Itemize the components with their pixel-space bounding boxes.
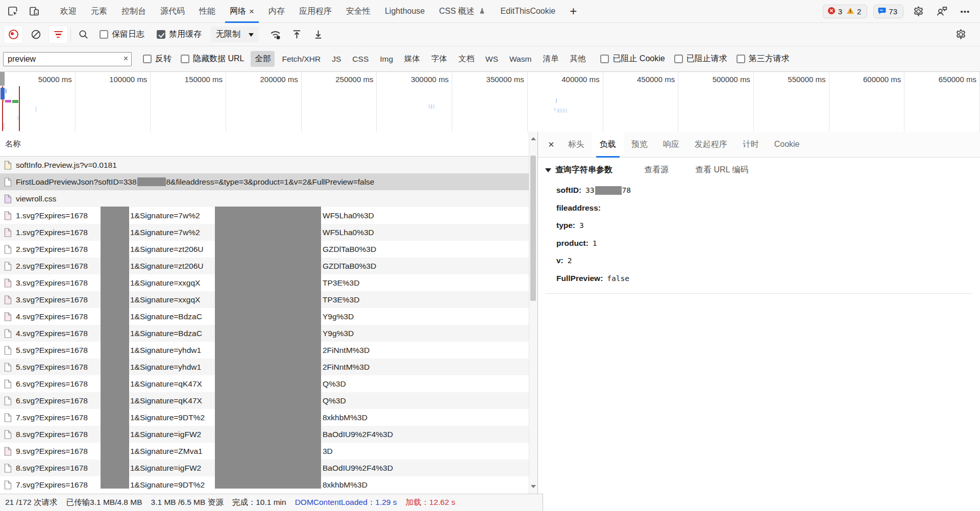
blocked-cookies-checkbox[interactable] bbox=[600, 55, 609, 63]
scrollbar-thumb[interactable] bbox=[530, 156, 536, 301]
panel-tab[interactable]: EditThisCookie bbox=[494, 0, 563, 22]
view-source-link[interactable]: 查看源 bbox=[644, 165, 669, 175]
request-url-segment: 5.svg?Expires=1678 bbox=[16, 346, 88, 355]
throttling-select[interactable]: 无限制 bbox=[211, 27, 259, 42]
details-tab[interactable]: 响应 bbox=[655, 132, 687, 157]
type-filter-chip[interactable]: WS bbox=[481, 52, 502, 66]
issues-badge[interactable]: 3 2 bbox=[823, 5, 868, 18]
request-url-segment: 1&Signature=yhdw1 bbox=[130, 346, 201, 355]
clear-button[interactable] bbox=[27, 26, 45, 43]
request-url-segment: Y9g%3D bbox=[323, 329, 354, 338]
scroll-down-icon[interactable] bbox=[531, 485, 536, 491]
query-string-section-header[interactable]: 查询字符串参数 查看源 查看 URL 编码 bbox=[545, 165, 972, 175]
more-options-icon[interactable]: ••• bbox=[957, 3, 974, 19]
type-filter-chip[interactable]: 媒体 bbox=[400, 51, 424, 67]
panel-tab[interactable]: 内存 bbox=[261, 0, 292, 22]
blocked-cookies-group[interactable]: 已阻止 Cookie bbox=[600, 54, 665, 64]
panel-tab[interactable]: CSS 概述 bbox=[432, 0, 493, 22]
panel-tab-label: 网络 bbox=[230, 6, 246, 17]
invert-checkbox[interactable] bbox=[143, 55, 152, 63]
filter-input[interactable] bbox=[3, 52, 132, 66]
panel-tab[interactable]: 源代码 bbox=[153, 0, 192, 22]
invert-label: 反转 bbox=[155, 54, 172, 64]
type-filter-chip[interactable]: Fetch/XHR bbox=[278, 52, 325, 66]
request-url-segment: 1&Signature=igFW2 bbox=[130, 464, 201, 473]
file-icon bbox=[4, 480, 12, 490]
view-url-encoded-link[interactable]: 查看 URL 编码 bbox=[695, 165, 748, 175]
close-tab-icon[interactable]: × bbox=[249, 7, 254, 16]
record-button[interactable] bbox=[4, 26, 22, 43]
filter-button[interactable] bbox=[49, 26, 67, 43]
type-filter-chip[interactable]: CSS bbox=[348, 52, 373, 66]
preserve-log-label: 保留日志 bbox=[112, 29, 144, 40]
blocked-requests-group[interactable]: 已阻止请求 bbox=[674, 54, 727, 64]
feedback-person-icon[interactable] bbox=[933, 3, 950, 19]
panel-tab[interactable]: 网络 × bbox=[223, 0, 261, 22]
details-tab[interactable]: 预览 bbox=[624, 132, 655, 157]
panel-tab[interactable]: 欢迎 bbox=[53, 0, 84, 22]
details-tab[interactable]: 标头 bbox=[560, 132, 592, 157]
disable-cache-group[interactable]: 禁用缓存 bbox=[157, 29, 202, 40]
settings-gear-icon[interactable] bbox=[910, 3, 927, 19]
third-party-checkbox[interactable] bbox=[737, 55, 745, 63]
network-overview-timeline[interactable]: 50000 ms100000 ms150000 ms200000 ms25000… bbox=[0, 72, 980, 132]
param-key: type: bbox=[556, 221, 575, 230]
network-conditions-button[interactable] bbox=[266, 26, 284, 43]
file-icon bbox=[4, 430, 12, 439]
import-har-button[interactable] bbox=[287, 26, 306, 43]
hide-data-urls-group[interactable]: 隐藏数据 URL bbox=[181, 54, 244, 64]
preserve-log-group[interactable]: 保留日志 bbox=[100, 29, 144, 40]
chevron-down-icon bbox=[249, 33, 254, 39]
type-filter-chip[interactable]: 字体 bbox=[427, 51, 451, 67]
type-filter-chip[interactable]: 清单 bbox=[538, 51, 562, 67]
waterfall-mark bbox=[3, 100, 4, 102]
type-filter-chip[interactable]: Img bbox=[376, 52, 397, 66]
preserve-log-checkbox[interactable] bbox=[100, 30, 108, 39]
details-tab[interactable]: 负载 bbox=[592, 132, 624, 157]
list-scrollbar[interactable] bbox=[529, 132, 537, 494]
devtools-window: 欢迎 元素 控制台 bbox=[0, 0, 980, 511]
messages-badge[interactable]: 73 bbox=[873, 5, 903, 18]
type-filter-chip[interactable]: JS bbox=[328, 52, 345, 66]
panel-tab[interactable]: Lighthouse bbox=[378, 0, 432, 22]
details-tab[interactable]: 发起程序 bbox=[687, 132, 735, 157]
type-filter-chip[interactable]: 其他 bbox=[566, 51, 590, 67]
panel-tab[interactable]: 应用程序 bbox=[292, 0, 339, 22]
scroll-up-icon[interactable] bbox=[531, 135, 536, 140]
request-row[interactable]: FirstLoadPreviewJson?softID=3388&fileadd… bbox=[0, 173, 537, 190]
param-key: FullPreview: bbox=[556, 274, 603, 283]
panel-tab-label: 源代码 bbox=[160, 6, 185, 17]
clear-filter-icon[interactable]: × bbox=[124, 54, 128, 63]
panel-tab[interactable]: 控制台 bbox=[114, 0, 153, 22]
param-value-prefix: 33 bbox=[585, 186, 594, 194]
third-party-group[interactable]: 第三方请求 bbox=[737, 54, 790, 64]
search-button[interactable] bbox=[74, 26, 92, 43]
summary-item: DOMContentLoaded：1.29 s bbox=[295, 497, 397, 508]
export-har-button[interactable] bbox=[309, 26, 327, 43]
request-row[interactable]: viewroll.css bbox=[0, 190, 537, 207]
invert-group[interactable]: 反转 bbox=[143, 54, 172, 64]
details-tab[interactable]: 计时 bbox=[735, 132, 767, 157]
type-filter-chip[interactable]: 文档 bbox=[454, 51, 478, 67]
network-settings-gear-icon[interactable] bbox=[951, 26, 970, 43]
triangle-down-icon[interactable] bbox=[545, 168, 551, 175]
type-filter-chip[interactable]: 全部 bbox=[251, 51, 275, 67]
panel-tab[interactable]: 性能 bbox=[192, 0, 223, 22]
disable-cache-checkbox[interactable] bbox=[157, 30, 165, 39]
warning-icon bbox=[846, 7, 854, 16]
details-tab[interactable]: Cookie bbox=[767, 132, 807, 157]
error-count: 3 bbox=[838, 7, 842, 16]
panel-tab[interactable]: 元素 bbox=[84, 0, 114, 22]
device-toolbar-icon[interactable] bbox=[26, 3, 43, 19]
file-icon bbox=[4, 329, 12, 338]
blocked-requests-checkbox[interactable] bbox=[674, 55, 683, 63]
hide-data-urls-checkbox[interactable] bbox=[181, 55, 189, 63]
name-column-header[interactable]: 名称 bbox=[0, 132, 537, 157]
param-value-prefix: 1 bbox=[593, 239, 597, 247]
more-tabs-button[interactable]: + bbox=[562, 0, 584, 22]
inspect-element-icon[interactable] bbox=[4, 3, 21, 19]
request-row[interactable]: softInfo.Preview.js?v=0.0181 bbox=[0, 157, 537, 173]
close-details-icon[interactable]: × bbox=[542, 132, 560, 157]
panel-tab[interactable]: 安全性 bbox=[339, 0, 378, 22]
type-filter-chip[interactable]: Wasm bbox=[505, 52, 535, 66]
